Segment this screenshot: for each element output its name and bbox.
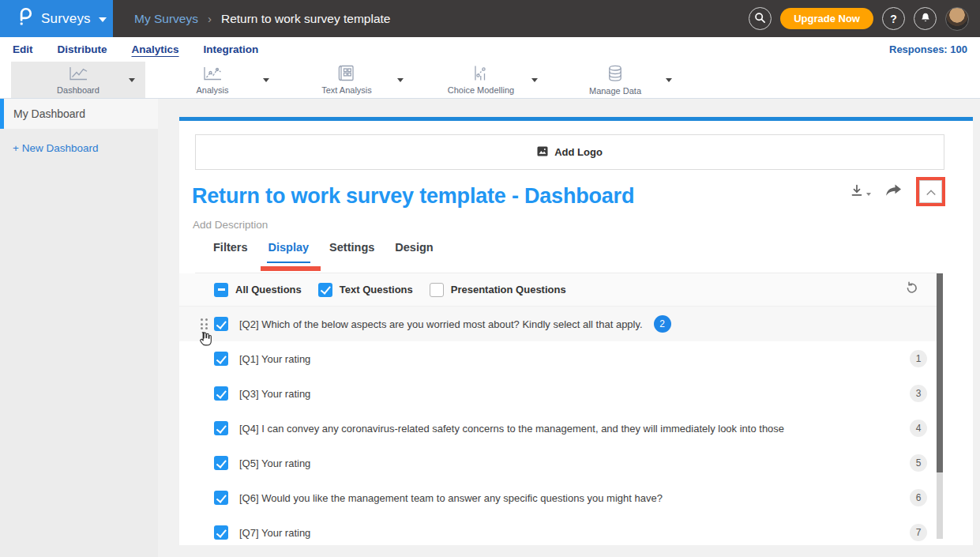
dashboard-tabs: Filters Display Settings Design — [212, 241, 435, 263]
chevron-down-icon[interactable] — [129, 78, 135, 82]
presentation-questions-checkbox[interactable] — [430, 283, 444, 297]
question-row[interactable]: [Q4] I can convey any coronavirus-relate… — [179, 411, 937, 446]
add-logo-label: Add Logo — [554, 146, 603, 158]
question-row[interactable]: [Q7] Your rating 7 — [179, 515, 937, 545]
question-text: [Q6] Would you like the management team … — [239, 492, 663, 504]
question-row[interactable]: [Q1] Your rating 1 — [179, 341, 937, 376]
add-description-button[interactable]: Add Description — [193, 219, 268, 231]
question-text: [Q4] I can convey any coronavirus-relate… — [239, 423, 784, 435]
download-button[interactable] — [850, 183, 871, 201]
product-name: Surveys — [41, 11, 91, 27]
tab-settings[interactable]: Settings — [328, 241, 376, 263]
refresh-icon — [904, 280, 919, 299]
nav-item-edit[interactable]: Edit — [13, 43, 33, 55]
drag-handle[interactable] — [201, 318, 214, 329]
question-text: [Q5] Your rating — [239, 457, 310, 469]
text-grid-icon — [337, 65, 356, 85]
choice-chart-icon — [471, 65, 490, 85]
filter-label: Text Questions — [340, 284, 413, 295]
order-badge: 5 — [910, 454, 927, 472]
order-badge: 7 — [910, 524, 927, 541]
question-checkbox[interactable] — [214, 456, 228, 470]
reset-order-button[interactable] — [904, 280, 919, 299]
filter-text-questions[interactable]: Text Questions — [318, 283, 413, 297]
breadcrumb-current-survey: Return to work survey template — [221, 12, 391, 26]
chevron-down-icon[interactable] — [263, 78, 269, 82]
question-checkbox[interactable] — [214, 317, 228, 331]
toolbar-item-manage-data[interactable]: Manage Data — [548, 62, 682, 98]
collapse-panel-button[interactable] — [919, 180, 942, 203]
breadcrumb-separator: › — [208, 12, 212, 25]
question-row[interactable]: [Q2] Which of the below aspects are you … — [179, 307, 937, 341]
dashboard-sidebar: My Dashboard + New Dashboard — [0, 99, 158, 557]
toolbar-item-label: Choice Modelling — [448, 85, 514, 95]
toolbar-item-analysis[interactable]: Analysis — [145, 62, 280, 98]
question-row[interactable]: [Q6] Would you like the management team … — [179, 480, 937, 515]
tab-design[interactable]: Design — [393, 241, 434, 263]
toolbar-item-label: Analysis — [197, 85, 229, 95]
question-text: [Q2] Which of the below aspects are you … — [239, 318, 643, 330]
annotation-red-underline — [261, 266, 321, 271]
breadcrumb-my-surveys[interactable]: My Surveys — [134, 12, 198, 26]
question-row[interactable]: [Q3] Your rating 3 — [179, 376, 937, 411]
chevron-down-icon[interactable] — [666, 78, 672, 82]
toolbar-item-label: Manage Data — [589, 86, 641, 96]
help-button[interactable]: ? — [882, 7, 905, 30]
responses-count: Responses: 100 — [889, 43, 967, 55]
dashboard-title: Return to work survey template - Dashboa… — [192, 184, 634, 209]
upgrade-now-button[interactable]: Upgrade Now — [780, 8, 873, 29]
question-checkbox[interactable] — [214, 421, 228, 435]
chevron-down-icon — [99, 17, 107, 22]
user-avatar[interactable] — [945, 7, 969, 31]
question-checkbox[interactable] — [214, 352, 228, 366]
list-scrollbar-track[interactable] — [937, 273, 943, 539]
dashboard-panel: Add Logo Return to work survey template … — [179, 117, 973, 545]
header-actions: Upgrade Now ? — [749, 0, 969, 37]
sidebar-item-label: My Dashboard — [13, 107, 85, 120]
product-switcher[interactable]: Surveys — [0, 0, 113, 37]
order-badge: 1 — [910, 350, 927, 367]
toolbar-item-label: Dashboard — [57, 85, 100, 95]
order-badge: 6 — [910, 489, 927, 506]
filter-all-questions[interactable]: All Questions — [214, 283, 302, 297]
breadcrumb: My Surveys › Return to work survey templ… — [134, 12, 390, 26]
top-header: Surveys My Surveys › Return to work surv… — [0, 0, 980, 37]
chevron-down-icon — [866, 193, 871, 196]
filter-label: Presentation Questions — [451, 284, 566, 295]
filter-presentation-questions[interactable]: Presentation Questions — [430, 283, 566, 297]
nav-item-analytics[interactable]: Analytics — [132, 43, 179, 55]
question-checkbox[interactable] — [214, 491, 228, 505]
download-icon — [850, 183, 864, 201]
toolbar-item-choice-modelling[interactable]: Choice Modelling — [414, 62, 548, 98]
tab-filters[interactable]: Filters — [212, 241, 250, 263]
chevron-down-icon[interactable] — [397, 78, 404, 82]
question-text: [Q7] Your rating — [239, 527, 310, 539]
toolbar-item-dashboard[interactable]: Dashboard — [11, 62, 145, 98]
all-questions-checkbox[interactable] — [214, 283, 228, 297]
add-logo-button[interactable]: Add Logo — [195, 134, 944, 170]
tab-display[interactable]: Display — [267, 241, 311, 263]
question-checkbox[interactable] — [214, 386, 228, 401]
text-questions-checkbox[interactable] — [318, 283, 332, 297]
help-icon: ? — [890, 13, 897, 25]
question-row[interactable]: [Q5] Your rating 5 — [179, 446, 937, 480]
question-checkbox[interactable] — [214, 525, 228, 540]
chevron-down-icon[interactable] — [531, 78, 538, 82]
sidebar-item-my-dashboard[interactable]: My Dashboard — [0, 99, 158, 129]
toolbar-item-text-analysis[interactable]: Text Analysis — [280, 62, 414, 98]
bell-icon — [920, 12, 931, 26]
nav-item-distribute[interactable]: Distribute — [58, 43, 107, 55]
dashboard-actions — [850, 177, 945, 206]
filter-label: All Questions — [235, 284, 302, 295]
new-dashboard-button[interactable]: + New Dashboard — [13, 142, 158, 154]
search-button[interactable] — [749, 7, 772, 30]
notifications-button[interactable] — [914, 7, 937, 30]
question-text: [Q3] Your rating — [239, 388, 310, 400]
database-icon — [606, 65, 625, 85]
share-button[interactable] — [884, 183, 903, 201]
nav-item-integration[interactable]: Integration — [204, 43, 259, 55]
list-scrollbar-thumb[interactable] — [937, 273, 943, 472]
questionpro-p-logo — [17, 6, 33, 32]
share-arrow-icon — [884, 183, 903, 201]
toolbar-item-label: Text Analysis — [321, 85, 372, 95]
